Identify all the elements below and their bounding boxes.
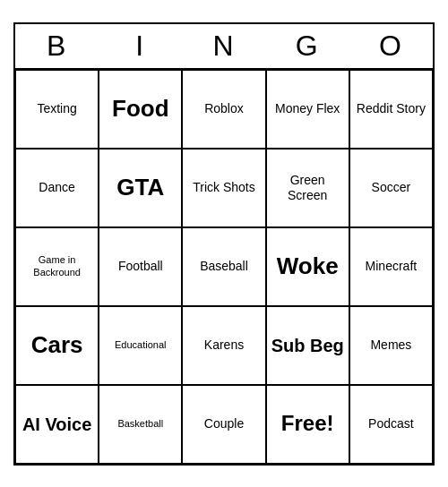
bingo-cell: GTA xyxy=(99,149,182,227)
bingo-cell: Minecraft xyxy=(349,227,433,306)
bingo-header-letter: I xyxy=(99,24,182,68)
bingo-cell: Roblox xyxy=(182,70,265,149)
bingo-cell: Reddit Story xyxy=(349,70,433,149)
bingo-cell: Soccer xyxy=(349,149,433,227)
bingo-cell: Educational xyxy=(99,306,182,385)
bingo-cell: Baseball xyxy=(182,227,265,306)
bingo-cell: Green Screen xyxy=(266,149,349,227)
bingo-cell: Couple xyxy=(182,385,265,464)
bingo-header-letter: N xyxy=(182,24,265,68)
bingo-header-letter: B xyxy=(15,24,99,68)
bingo-cell: Food xyxy=(99,70,182,149)
bingo-header-letter: O xyxy=(349,24,433,68)
bingo-header-letter: G xyxy=(266,24,349,68)
bingo-cell: Trick Shots xyxy=(182,149,265,227)
bingo-cell: Texting xyxy=(15,70,99,149)
bingo-cell: Karens xyxy=(182,306,265,385)
bingo-cell: Dance xyxy=(15,149,99,227)
bingo-cell: Sub Beg xyxy=(266,306,349,385)
bingo-cell: Money Flex xyxy=(266,70,349,149)
bingo-grid: TextingFoodRobloxMoney FlexReddit StoryD… xyxy=(15,70,433,464)
bingo-card: BINGO TextingFoodRobloxMoney FlexReddit … xyxy=(13,22,435,466)
bingo-cell: Free! xyxy=(266,385,349,464)
bingo-cell: Woke xyxy=(266,227,349,306)
bingo-cell: Basketball xyxy=(99,385,182,464)
bingo-cell: Football xyxy=(99,227,182,306)
bingo-header: BINGO xyxy=(15,24,433,70)
bingo-cell: Memes xyxy=(349,306,433,385)
bingo-cell: Podcast xyxy=(349,385,433,464)
bingo-cell: Cars xyxy=(15,306,99,385)
bingo-cell: Game in Backround xyxy=(15,227,99,306)
bingo-cell: AI Voice xyxy=(15,385,99,464)
